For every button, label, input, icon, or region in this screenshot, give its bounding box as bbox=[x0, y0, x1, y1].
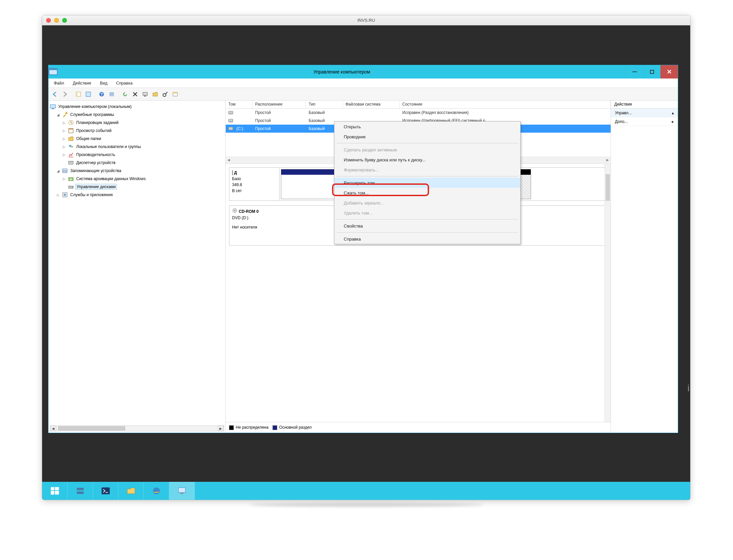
svg-rect-41 bbox=[101, 487, 109, 495]
device-icon bbox=[68, 160, 74, 166]
maximize-button[interactable] bbox=[643, 65, 660, 79]
svg-rect-36 bbox=[55, 487, 59, 490]
expand-icon[interactable]: ▷ bbox=[62, 145, 67, 149]
menu-view[interactable]: Вид bbox=[97, 80, 110, 86]
svg-rect-7 bbox=[109, 92, 114, 93]
mmc-menubar: Файл Действие Вид Справка bbox=[48, 79, 678, 88]
task-powershell[interactable] bbox=[93, 482, 118, 500]
tool-help[interactable]: ? bbox=[97, 90, 106, 99]
expand-icon[interactable]: ▷ bbox=[62, 137, 67, 141]
mac-titlebar: INVS.RU bbox=[42, 15, 690, 25]
scroll-left-button[interactable]: ◀ bbox=[226, 157, 232, 163]
remote-viewport: i Управление компьютером ✕ Файл Действие… bbox=[42, 25, 690, 500]
expand-icon[interactable]: ▷ bbox=[62, 153, 67, 157]
start-button[interactable] bbox=[42, 482, 68, 500]
scroll-right-button[interactable]: ▶ bbox=[605, 157, 611, 163]
tree-perf[interactable]: ▷Производительность bbox=[50, 151, 224, 159]
svg-rect-25 bbox=[70, 162, 73, 163]
col-type[interactable]: Тип bbox=[306, 101, 343, 108]
ctx-change-letter[interactable]: Изменить букву диска или путь к диску... bbox=[334, 155, 520, 165]
tree-scheduler[interactable]: ▷Планировщик заданий bbox=[50, 119, 224, 127]
expand-icon[interactable]: ▷ bbox=[62, 121, 67, 125]
close-button[interactable]: ✕ bbox=[660, 65, 678, 79]
disk-icon bbox=[232, 170, 233, 176]
ctx-explore[interactable]: Проводник bbox=[334, 132, 520, 142]
tree-devmgr[interactable]: Диспетчер устройств bbox=[50, 159, 224, 167]
tool-show-hide-tree[interactable] bbox=[74, 90, 83, 99]
tool-properties[interactable] bbox=[84, 90, 93, 99]
mac-zoom-button[interactable] bbox=[62, 18, 67, 23]
svg-point-34 bbox=[234, 210, 235, 211]
mmc-titlebar[interactable]: Управление компьютером ✕ bbox=[48, 65, 678, 79]
expand-icon[interactable]: ▷ bbox=[56, 193, 61, 197]
expand-icon[interactable]: ▷ bbox=[62, 129, 67, 133]
svg-text:?: ? bbox=[100, 92, 103, 97]
svg-point-22 bbox=[69, 145, 71, 147]
menu-action[interactable]: Действие bbox=[70, 80, 94, 86]
collapse-icon[interactable]: ◢ bbox=[56, 113, 61, 117]
legend-primary-label: Основной раздел bbox=[279, 425, 312, 430]
mac-close-button[interactable] bbox=[46, 18, 51, 23]
mmc-app-icon bbox=[48, 65, 58, 79]
svg-rect-37 bbox=[50, 491, 54, 495]
expand-icon[interactable]: ▷ bbox=[62, 177, 67, 181]
svg-rect-38 bbox=[55, 491, 59, 495]
actions-header: Действия bbox=[611, 101, 678, 109]
disk-vscrollbar[interactable] bbox=[605, 164, 611, 422]
col-volume[interactable]: Том bbox=[226, 101, 252, 108]
nav-back-button[interactable] bbox=[50, 90, 59, 99]
tree-shared[interactable]: ▷Общие папки bbox=[50, 135, 224, 143]
tree-diskmgmt[interactable]: Управление дисками bbox=[50, 183, 224, 191]
ctx-extend-volume[interactable]: Расширить том... bbox=[334, 178, 520, 188]
ctx-open[interactable]: Открыть bbox=[334, 122, 520, 132]
task-ie[interactable] bbox=[144, 482, 169, 500]
svg-rect-17 bbox=[52, 109, 54, 109]
svg-line-13 bbox=[166, 92, 168, 94]
tool-view-mode[interactable] bbox=[107, 90, 116, 99]
tree-backup[interactable]: ▷Система архивации данных Windows bbox=[50, 175, 224, 183]
scroll-left-button[interactable]: ◀ bbox=[50, 426, 56, 431]
tool-help2[interactable] bbox=[161, 90, 170, 99]
action-item-manage[interactable]: Управл... ▴ bbox=[611, 109, 678, 117]
tool-refresh[interactable] bbox=[121, 90, 129, 99]
col-fs[interactable]: Файловая система bbox=[343, 101, 400, 108]
scroll-right-button[interactable]: ▶ bbox=[218, 426, 224, 431]
ctx-shrink-volume[interactable]: Сжать том... bbox=[334, 188, 520, 198]
collapse-icon[interactable]: ◢ bbox=[56, 169, 61, 173]
ctx-properties[interactable]: Свойства bbox=[334, 221, 520, 231]
volume-row[interactable]: Простой Базовый Исправен (Раздел восстан… bbox=[226, 109, 611, 117]
tree-services[interactable]: ▷Службы и приложения bbox=[50, 191, 224, 199]
task-server-manager[interactable] bbox=[68, 482, 93, 500]
tree-storage[interactable]: ◢Запоминающие устройства bbox=[50, 167, 224, 175]
minimize-button[interactable] bbox=[626, 65, 643, 79]
clock-icon bbox=[68, 120, 74, 126]
task-explorer[interactable] bbox=[118, 482, 144, 500]
backup-icon bbox=[68, 176, 74, 182]
tool-open[interactable] bbox=[151, 90, 160, 99]
menu-help[interactable]: Справка bbox=[113, 80, 135, 86]
tree-hscrollbar[interactable]: ◀ ▶ bbox=[50, 425, 224, 431]
tree-utilities[interactable]: ◢ Служебные программы bbox=[50, 111, 224, 119]
task-computer-mgmt[interactable] bbox=[169, 482, 195, 500]
action-item-more[interactable]: Допо... ▸ bbox=[611, 117, 678, 126]
col-status[interactable]: Состояние bbox=[400, 101, 611, 108]
tree-users[interactable]: ▷Локальные пользователи и группы bbox=[50, 143, 224, 151]
ctx-help[interactable]: Справка bbox=[334, 234, 520, 244]
tool-computer[interactable] bbox=[141, 90, 149, 99]
tree-root[interactable]: Управление компьютером (локальным) bbox=[50, 103, 224, 111]
cdrom-icon bbox=[232, 208, 237, 215]
menu-file[interactable]: Файл bbox=[51, 80, 67, 86]
mac-minimize-button[interactable] bbox=[54, 18, 59, 23]
nav-forward-button[interactable] bbox=[61, 90, 69, 99]
tree-eventviewer[interactable]: ▷Просмотр событий bbox=[50, 127, 224, 135]
actions-panel: Действия Управл... ▴ Допо... ▸ bbox=[611, 101, 678, 433]
scroll-thumb[interactable] bbox=[58, 426, 125, 430]
svg-rect-44 bbox=[180, 493, 183, 494]
mac-window-title: INVS.RU bbox=[42, 15, 690, 25]
tool-settings[interactable] bbox=[171, 90, 180, 99]
tool-delete[interactable] bbox=[131, 90, 139, 99]
col-layout[interactable]: Расположение bbox=[252, 101, 306, 108]
scroll-thumb[interactable] bbox=[606, 174, 610, 201]
window-shadow bbox=[249, 503, 483, 507]
volume-icon bbox=[228, 118, 234, 123]
